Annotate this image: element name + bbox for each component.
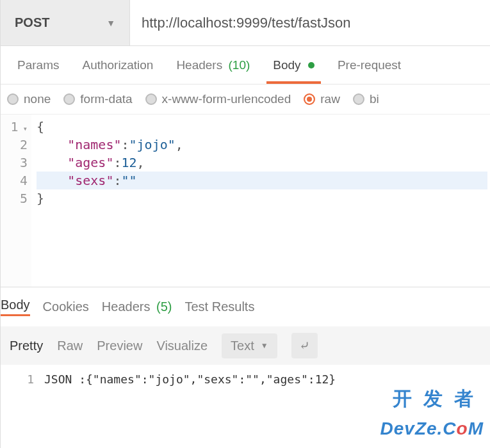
line-number: 2 (1, 136, 28, 154)
view-pretty[interactable]: Pretty (10, 339, 43, 353)
chevron-down-icon: ▼ (106, 18, 115, 28)
watermark-en: DevZe.CoM (380, 419, 484, 439)
line-number: 4 (1, 172, 28, 189)
request-body-editor[interactable]: 1 2 3 4 5 { "names":"jojo", "ages":12, "… (1, 115, 490, 287)
radio-icon (7, 93, 19, 105)
tab-headers[interactable]: Headers (10) (165, 47, 261, 83)
response-toolbar: Pretty Raw Preview Visualize Text ▼ ⤶ (1, 326, 490, 365)
line-number: 5 (1, 189, 28, 207)
line-number: 3 (1, 154, 28, 172)
wrap-lines-button[interactable]: ⤶ (291, 333, 318, 358)
response-content[interactable]: JSON :{"names":"jojo","sexs":"","ages":1… (44, 372, 490, 386)
http-method-value: POST (15, 15, 49, 30)
line-number: 1 (1, 118, 28, 136)
radio-icon (63, 93, 75, 105)
body-type-raw[interactable]: raw (304, 92, 340, 106)
headers-count: (10) (228, 58, 250, 72)
tab-body[interactable]: Body (261, 47, 326, 83)
request-tabs: Params Authorization Headers (10) Body P… (1, 46, 490, 84)
response-format-select[interactable]: Text ▼ (222, 333, 277, 358)
editor-gutter: 1 2 3 4 5 (1, 115, 31, 287)
radio-icon (353, 93, 364, 105)
view-raw[interactable]: Raw (57, 339, 83, 353)
body-type-none[interactable]: none (7, 92, 51, 106)
tab-authorization[interactable]: Authorization (70, 47, 165, 83)
body-type-x-www[interactable]: x-www-form-urlencoded (145, 92, 291, 106)
status-dot-icon (308, 62, 314, 68)
view-preview[interactable]: Preview (97, 339, 142, 353)
response-headers-count: (5) (156, 300, 172, 314)
response-tab-test-results[interactable]: Test Results (184, 300, 254, 314)
editor-code[interactable]: { "names":"jojo", "ages":12, "sexs":"" } (31, 115, 490, 287)
wrap-icon: ⤶ (299, 339, 310, 353)
view-visualize[interactable]: Visualize (156, 339, 208, 353)
response-body: 1 JSON :{"names":"jojo","sexs":"","ages"… (1, 365, 490, 386)
tab-params[interactable]: Params (6, 47, 70, 83)
radio-icon (304, 93, 315, 105)
watermark-cn: 开发者 (393, 386, 485, 412)
response-tab-cookies[interactable]: Cookies (43, 300, 89, 314)
chevron-down-icon: ▼ (261, 341, 268, 350)
body-type-row: none form-data x-www-form-urlencoded raw… (1, 84, 490, 115)
radio-icon (145, 93, 157, 105)
request-url-input[interactable] (130, 0, 490, 45)
response-tab-body[interactable]: Body (1, 298, 30, 316)
tab-pre-request[interactable]: Pre-request (326, 47, 412, 83)
http-method-select[interactable]: POST ▼ (1, 0, 130, 45)
response-tab-headers[interactable]: Headers (5) (102, 300, 172, 314)
body-type-form-data[interactable]: form-data (63, 92, 132, 106)
body-type-binary[interactable]: bi (353, 92, 379, 106)
response-tabs: Body Cookies Headers (5) Test Results (1, 287, 490, 326)
response-line-number: 1 (1, 372, 44, 386)
